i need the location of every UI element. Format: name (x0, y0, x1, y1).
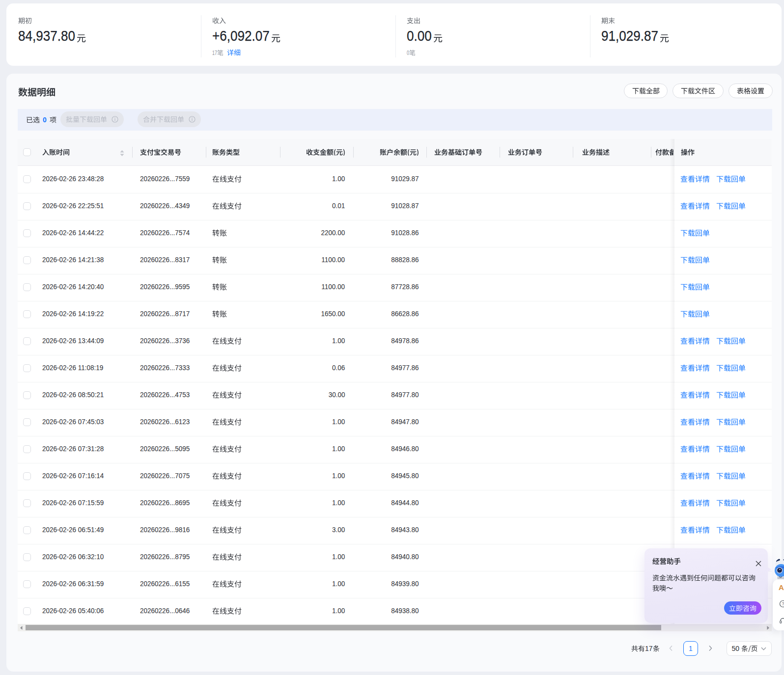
svg-text:?: ? (782, 601, 784, 606)
